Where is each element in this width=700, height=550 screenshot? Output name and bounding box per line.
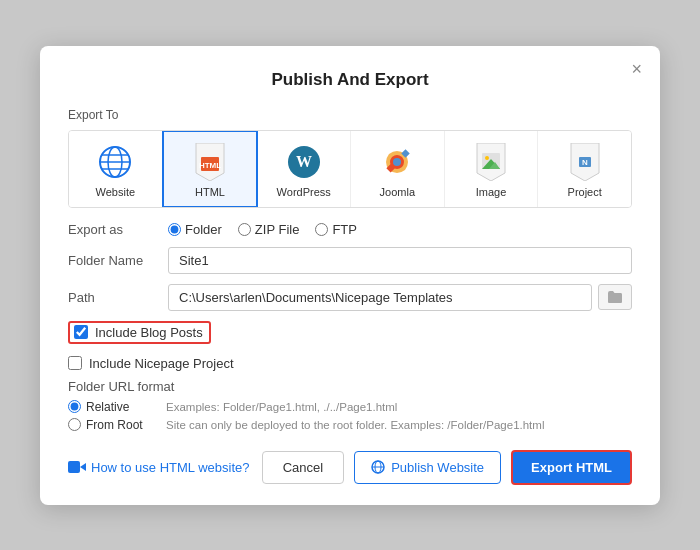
publish-label: Publish Website — [391, 460, 484, 475]
globe-icon — [371, 460, 385, 474]
include-nicepage-container: Include Nicepage Project — [68, 356, 632, 371]
folder-name-label: Folder Name — [68, 253, 158, 268]
svg-point-13 — [485, 156, 489, 160]
dialog-title: Publish And Export — [68, 70, 632, 90]
wordpress-label: WordPress — [277, 186, 331, 198]
image-label: Image — [476, 186, 507, 198]
url-format-options: Relative Examples: Folder/Page1.html, ./… — [68, 400, 632, 432]
wordpress-icon: W — [286, 144, 322, 180]
url-format-fromroot-row: From Root Site can only be deployed to t… — [68, 418, 632, 432]
export-as-folder-option[interactable]: Folder — [168, 222, 222, 237]
include-nicepage-text: Include Nicepage Project — [89, 356, 234, 371]
export-to-label: Export To — [68, 108, 632, 122]
export-as-ftp-option[interactable]: FTP — [315, 222, 357, 237]
path-input[interactable] — [168, 284, 592, 311]
export-as-options: Folder ZIP File FTP — [168, 222, 357, 237]
url-format-relative-radio[interactable] — [68, 400, 81, 413]
url-format-relative-option[interactable]: Relative — [68, 400, 158, 414]
url-format-fromroot-radio[interactable] — [68, 418, 81, 431]
joomla-label: Joomla — [380, 186, 415, 198]
include-blog-checkbox[interactable] — [74, 325, 88, 339]
svg-marker-20 — [80, 463, 86, 471]
export-wordpress[interactable]: W WordPress — [257, 131, 351, 207]
folder-name-row: Folder Name — [68, 247, 632, 274]
svg-point-10 — [393, 158, 401, 166]
include-nicepage-checkbox[interactable] — [68, 356, 82, 370]
export-as-label: Export as — [68, 222, 158, 237]
help-link[interactable]: How to use HTML website? — [68, 458, 252, 476]
export-website[interactable]: Website — [69, 131, 163, 207]
url-format-relative-row: Relative Examples: Folder/Page1.html, ./… — [68, 400, 632, 414]
svg-text:HTML: HTML — [199, 161, 221, 170]
export-image[interactable]: Image — [445, 131, 539, 207]
html-icon: HTML — [192, 144, 228, 180]
folder-icon — [607, 290, 623, 304]
url-format-relative-desc: Examples: Folder/Page1.html, ./../Page1.… — [166, 400, 397, 413]
cancel-button[interactable]: Cancel — [262, 451, 344, 484]
website-icon — [97, 144, 133, 180]
close-button[interactable]: × — [631, 60, 642, 78]
svg-text:W: W — [296, 153, 312, 170]
image-icon — [473, 144, 509, 180]
browse-folder-button[interactable] — [598, 284, 632, 310]
export-as-folder-radio[interactable] — [168, 223, 181, 236]
include-blog-label[interactable]: Include Blog Posts — [68, 321, 211, 344]
project-label: Project — [568, 186, 602, 198]
export-html-button[interactable]: Export HTML — [511, 450, 632, 485]
publish-export-dialog: Publish And Export × Export To Website — [40, 46, 660, 505]
export-html[interactable]: HTML HTML — [162, 130, 259, 208]
joomla-icon — [379, 144, 415, 180]
export-as-zip-option[interactable]: ZIP File — [238, 222, 300, 237]
include-nicepage-label[interactable]: Include Nicepage Project — [68, 356, 632, 371]
include-blog-text: Include Blog Posts — [95, 325, 203, 340]
publish-website-button[interactable]: Publish Website — [354, 451, 501, 484]
export-project[interactable]: N Project — [538, 131, 631, 207]
help-label: How to use HTML website? — [91, 460, 249, 475]
include-blog-container: Include Blog Posts — [68, 321, 632, 350]
svg-rect-19 — [68, 461, 80, 473]
export-joomla[interactable]: Joomla — [351, 131, 445, 207]
url-format-label: Folder URL format — [68, 379, 632, 394]
url-format-fromroot-option[interactable]: From Root — [68, 418, 158, 432]
path-row: Path — [68, 284, 632, 311]
folder-name-input[interactable] — [168, 247, 632, 274]
html-label: HTML — [195, 186, 225, 198]
export-as-ftp-radio[interactable] — [315, 223, 328, 236]
url-format-fromroot-desc: Site can only be deployed to the root fo… — [166, 418, 544, 431]
export-as-zip-radio[interactable] — [238, 223, 251, 236]
path-label: Path — [68, 290, 158, 305]
video-icon — [68, 458, 86, 476]
export-type-selector: Website HTML HTML W WordPress — [68, 130, 632, 208]
project-icon: N — [567, 144, 603, 180]
export-as-row: Export as Folder ZIP File FTP — [68, 222, 632, 237]
dialog-footer: How to use HTML website? Cancel Publish … — [68, 450, 632, 485]
svg-text:N: N — [582, 158, 588, 167]
website-label: Website — [96, 186, 136, 198]
